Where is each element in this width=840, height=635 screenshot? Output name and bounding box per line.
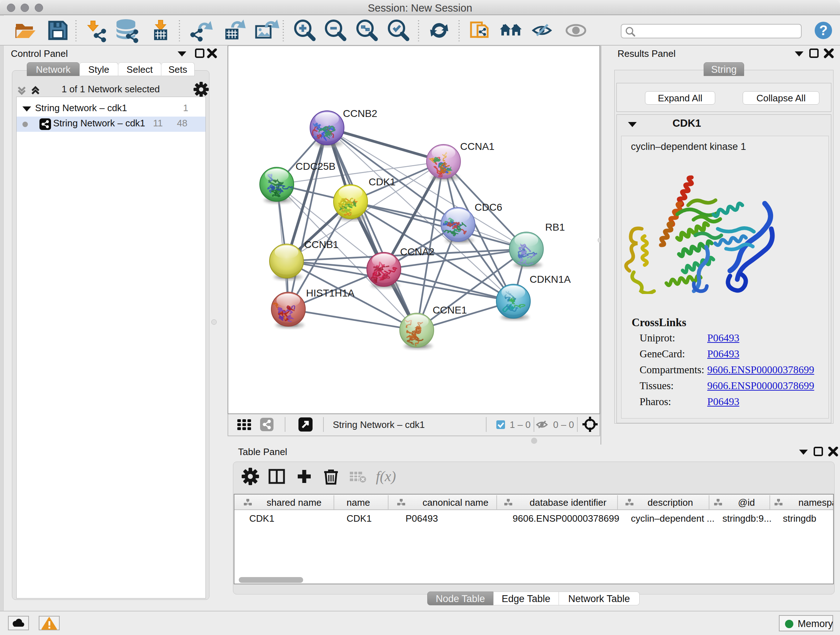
svg-text:HIST1H1A: HIST1H1A [306, 287, 355, 299]
svg-text:CDC6: CDC6 [475, 202, 502, 213]
svg-text:1 – 0: 1 – 0 [510, 419, 531, 430]
svg-text:CCNA1: CCNA1 [460, 141, 494, 152]
svg-text:CDK1: CDK1 [249, 513, 274, 524]
svg-text:namespac: namespac [798, 497, 833, 508]
svg-text:name: name [347, 497, 370, 508]
svg-text:CDC25B: CDC25B [295, 161, 335, 172]
svg-text:P06493: P06493 [406, 513, 438, 524]
svg-text:description: description [647, 497, 693, 508]
svg-text:stringdb:9...: stringdb:9... [722, 513, 772, 524]
svg-text:CCNE1: CCNE1 [433, 304, 467, 316]
svg-text:database identifier: database identifier [530, 497, 607, 508]
svg-text:CDK1: CDK1 [369, 176, 396, 187]
svg-text:9606.ENSP00000378699: 9606.ENSP00000378699 [513, 513, 619, 524]
svg-text:stringdb: stringdb [783, 513, 816, 524]
svg-text:CDKN1A: CDKN1A [530, 274, 571, 285]
svg-text:cyclin–dependent ...: cyclin–dependent ... [631, 513, 714, 524]
svg-text:0 – 0: 0 – 0 [553, 419, 574, 430]
svg-text:RB1: RB1 [545, 222, 565, 233]
svg-text:shared name: shared name [267, 497, 322, 508]
svg-text:f(x): f(x) [376, 468, 396, 485]
svg-text:canonical name: canonical name [423, 497, 488, 508]
svg-text:?: ? [819, 23, 827, 38]
svg-text:CDK1: CDK1 [347, 513, 371, 524]
svg-text:CCNB1: CCNB1 [304, 239, 339, 250]
svg-text:@id: @id [738, 497, 755, 508]
svg-text:CCNB2: CCNB2 [343, 108, 377, 119]
svg-text:String Network – cdk1: String Network – cdk1 [333, 419, 425, 430]
svg-text:CCNA2: CCNA2 [400, 246, 434, 257]
